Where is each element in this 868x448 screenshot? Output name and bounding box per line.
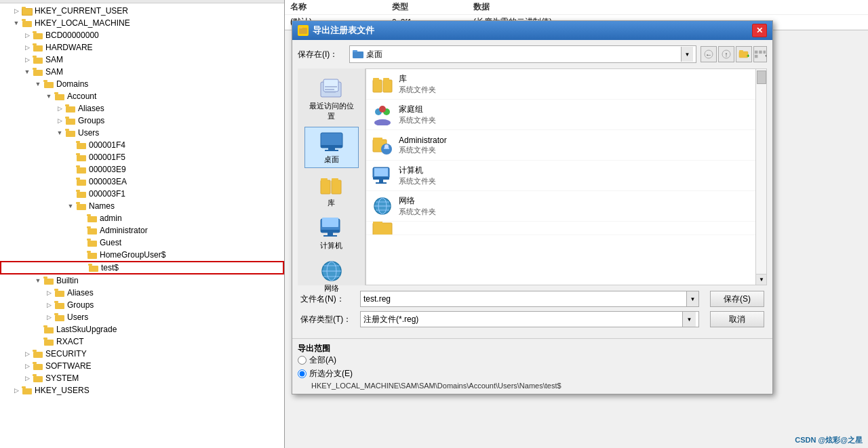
tree-item-builtin[interactable]: ▼ Builtin	[0, 274, 284, 287]
tree-item-groups[interactable]: ▷ Groups	[0, 115, 284, 127]
scrollbar-down-arrow[interactable]: ▼	[756, 274, 767, 285]
toggle-builtin[interactable]: ▼	[33, 277, 43, 284]
tree-item-b-aliases[interactable]: ▷ Aliases	[0, 287, 284, 299]
file-computer-type: 系统文件夹	[399, 176, 436, 186]
toggle-hkcu[interactable]: ▷	[11, 7, 22, 14]
filetype-dropdown[interactable]: 注册文件(*.reg) ▼	[360, 311, 699, 327]
file-list-scrollbar[interactable]: ▼	[755, 69, 766, 285]
dialog-title-icon	[298, 25, 309, 36]
shortcut-recent[interactable]: 最近访问的位置	[304, 74, 359, 124]
svg-rect-51	[54, 301, 58, 303]
tree-item-domains[interactable]: ▼ Domains	[0, 78, 284, 90]
svg-rect-99	[322, 218, 338, 227]
filetype-value: 注册文件(*.reg)	[363, 314, 418, 325]
filename-input-wrapper[interactable]: ▼	[360, 291, 699, 307]
tree-item-u4[interactable]: 000003EA	[0, 176, 284, 188]
file-item-administrator[interactable]: Administrator 系统文件夹	[366, 130, 766, 161]
toggle-security[interactable]: ▷	[22, 350, 33, 357]
shortcut-computer[interactable]: 计算机	[304, 213, 359, 253]
save-location-combo[interactable]: 桌面 ▼	[349, 45, 696, 63]
tree-item-lastsku[interactable]: LastSkuUpgrade	[0, 323, 284, 335]
toggle-sam[interactable]: ▼	[22, 68, 33, 75]
save-button[interactable]: 保存(S)	[710, 291, 764, 307]
tree-item-names[interactable]: ▼ Names	[0, 200, 284, 212]
filename-input[interactable]	[361, 291, 686, 306]
tree-item-u3[interactable]: 000003E9	[0, 163, 284, 176]
tree-item-b-groups[interactable]: ▷ Groups	[0, 299, 284, 311]
toggle-domains[interactable]: ▼	[33, 81, 43, 87]
toggle-hku[interactable]: ▷	[11, 387, 22, 394]
toggle-b-aliases[interactable]: ▷	[43, 289, 54, 296]
toggle-names[interactable]: ▼	[65, 203, 76, 209]
folder-icon-account	[54, 91, 65, 101]
svg-rect-21	[65, 117, 69, 119]
tree-item-bcd[interactable]: ▷ BCD00000000	[0, 29, 284, 41]
svg-rect-52	[55, 315, 64, 321]
file-item-library[interactable]: 库 系统文件夹	[366, 69, 766, 100]
radio-all[interactable]	[298, 356, 307, 365]
tree-item-b-users[interactable]: ▷ Users	[0, 311, 284, 323]
toggle-aliases[interactable]: ▷	[54, 105, 65, 112]
file-item-homegroup[interactable]: 家庭组 系统文件夹	[366, 100, 766, 130]
cancel-button[interactable]: 取消	[710, 311, 764, 327]
tree-item-aliases[interactable]: ▷ Aliases	[0, 102, 284, 115]
tree-item-u5[interactable]: 000003F1	[0, 188, 284, 200]
registry-tree[interactable]: ▷ HKEY_CURRENT_USER ▼ HKEY_LOCAL_MACHINE…	[0, 3, 284, 448]
filetype-dropdown-arrow[interactable]: ▼	[682, 312, 696, 327]
tree-item-sam[interactable]: ▼ SAM	[0, 66, 284, 78]
toggle-system[interactable]: ▷	[22, 375, 33, 382]
toggle-b-users[interactable]: ▷	[43, 314, 54, 321]
toggle-sam-closed[interactable]: ▷	[22, 56, 33, 63]
svg-rect-66	[299, 28, 307, 34]
tree-item-software[interactable]: ▷ SOFTWARE	[0, 360, 284, 372]
toggle-hklm[interactable]: ▼	[11, 20, 22, 26]
tree-item-hklm[interactable]: ▼ HKEY_LOCAL_MACHINE	[0, 17, 284, 29]
svg-rect-29	[76, 165, 80, 167]
svg-rect-106	[373, 78, 379, 81]
save-location-dropdown-arrow[interactable]: ▼	[681, 47, 693, 62]
tree-item-hku[interactable]: ▷ HKEY_USERS	[0, 384, 284, 396]
tree-item-sam-closed[interactable]: ▷ SAM	[0, 54, 284, 66]
nav-view-dropdown-btn[interactable]: ▼	[753, 46, 767, 62]
tree-item-account[interactable]: ▼ Account	[0, 90, 284, 102]
tree-item-homegroupuser[interactable]: HomeGroupUser$	[0, 249, 284, 261]
file-item-network[interactable]: 网络 系统文件夹	[366, 191, 766, 222]
tree-item-hardware[interactable]: ▷ HARDWARE	[0, 41, 284, 54]
tree-item-hkcu[interactable]: ▷ HKEY_CURRENT_USER	[0, 5, 284, 17]
toggle-software[interactable]: ▷	[22, 363, 33, 369]
radio-selected-label: 所选分支(E)	[309, 368, 353, 380]
tree-item-u1[interactable]: 000001F4	[0, 139, 284, 151]
folder-icon-domains	[43, 79, 54, 89]
folder-icon-rxact	[43, 337, 54, 346]
tree-item-rxact[interactable]: RXACT	[0, 335, 284, 348]
tree-item-administrator[interactable]: Administrator	[0, 224, 284, 237]
tree-item-admin[interactable]: admin	[0, 212, 284, 224]
nav-up-btn[interactable]: ↑	[718, 46, 734, 62]
toggle-b-groups[interactable]: ▷	[43, 302, 54, 308]
shortcut-desktop[interactable]: 桌面	[304, 127, 359, 168]
toggle-users[interactable]: ▼	[54, 129, 65, 136]
nav-back-btn[interactable]: ←	[701, 46, 717, 62]
dialog-close-button[interactable]: ✕	[752, 24, 767, 37]
radio-selected[interactable]	[298, 369, 307, 378]
toggle-bcd[interactable]: ▷	[22, 32, 33, 39]
toggle-groups[interactable]: ▷	[54, 117, 65, 124]
svg-rect-78	[759, 51, 762, 54]
svg-rect-58	[33, 352, 43, 358]
toggle-account[interactable]: ▼	[43, 93, 54, 100]
nav-newfolder-btn[interactable]: +	[736, 46, 752, 62]
export-path: HKEY_LOCAL_MACHINE\SAM\SAM\Domains\Accou…	[298, 382, 767, 390]
tree-item-guest[interactable]: Guest	[0, 237, 284, 249]
tree-item-system[interactable]: ▷ SYSTEM	[0, 372, 284, 384]
file-item-computer[interactable]: 计算机 系统文件夹	[366, 161, 766, 191]
tree-item-users[interactable]: ▼ Users	[0, 127, 284, 139]
toggle-hardware[interactable]: ▷	[22, 44, 33, 51]
tree-item-u2[interactable]: 000001F5	[0, 151, 284, 163]
scrollbar-thumb[interactable]	[757, 70, 766, 84]
file-list[interactable]: 库 系统文件夹	[366, 68, 767, 285]
file-item-partial[interactable]	[366, 222, 766, 235]
filename-dropdown-arrow[interactable]: ▼	[686, 291, 698, 306]
shortcut-library[interactable]: 库	[304, 171, 359, 211]
tree-item-tests[interactable]: test$	[0, 261, 284, 274]
tree-item-security[interactable]: ▷ SECURITY	[0, 348, 284, 360]
